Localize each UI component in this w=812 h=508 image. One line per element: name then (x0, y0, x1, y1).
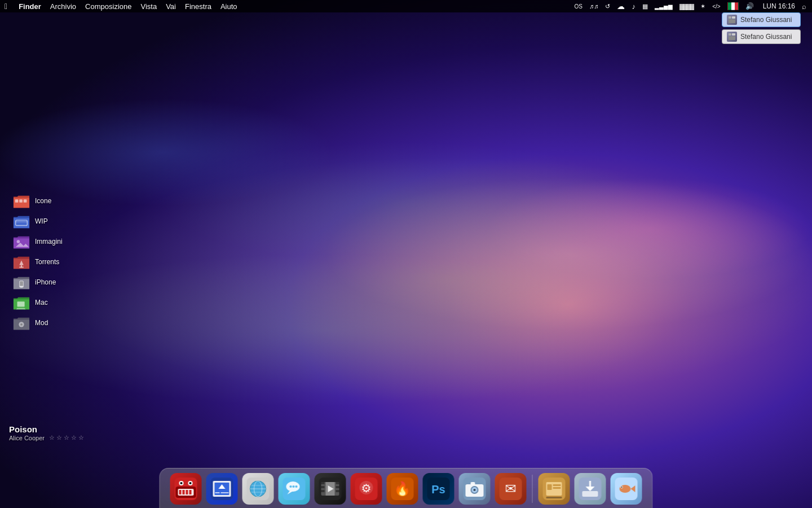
folder-icon-mod (12, 315, 30, 331)
svg-text:⚙: ⚙ (361, 482, 372, 494)
music-control-icon[interactable]: ♬♬ (588, 3, 600, 10)
aiuto-menu[interactable]: Aiuto (220, 2, 237, 11)
composizione-menu[interactable]: Composizione (85, 2, 131, 11)
dock-item-dvd[interactable] (314, 472, 347, 506)
downloads-icon (575, 473, 606, 505)
dock-separator (532, 475, 533, 503)
dock-item-photoshop[interactable]: Ps (422, 472, 456, 506)
svg-point-49 (295, 485, 298, 488)
desktop-item-icone-label: Icone (35, 197, 51, 205)
svg-text:🔥: 🔥 (394, 480, 411, 497)
svg-rect-0 (729, 16, 731, 19)
user-name-active: Stefano Giussani (740, 16, 792, 24)
svg-rect-72 (471, 482, 475, 485)
desktop-item-iphone[interactable]: iPhone (10, 273, 65, 291)
user-menu-item-active[interactable]: Stefano Giussani (722, 12, 801, 27)
battery-icon[interactable]: ▓▓▓▓ (678, 3, 695, 10)
svg-point-31 (189, 482, 192, 484)
desktop:  Finder Archivio Composizione Vista Vai… (0, 0, 812, 508)
desktop-item-mod[interactable]: Mod (10, 314, 65, 332)
desktop-item-torrents[interactable]: Torrents (10, 253, 65, 271)
folder-icon-wip (12, 213, 30, 229)
desktop-item-mac[interactable]: Mac (10, 294, 65, 312)
aquarium-icon (611, 473, 642, 505)
dock-item-mail[interactable] (205, 472, 239, 506)
desktop-items: Icone WIP (10, 192, 65, 332)
dock-item-aquarium[interactable] (610, 472, 643, 506)
archivio-menu[interactable]: Archivio (50, 2, 76, 11)
dock-item-rosetta[interactable]: ⚙ (350, 472, 383, 506)
svg-point-30 (180, 482, 183, 484)
finestra-menu[interactable]: Finestra (185, 2, 211, 11)
rosetta-icon: ⚙ (351, 473, 382, 505)
svg-rect-53 (321, 486, 325, 488)
dock-item-burn[interactable]: 🔥 (386, 472, 420, 506)
dock-item-letter[interactable]: ✉ (494, 472, 528, 506)
svg-rect-18 (17, 301, 25, 306)
apple-menu[interactable]:  (5, 2, 7, 11)
svg-point-71 (474, 489, 476, 491)
svg-rect-55 (336, 482, 339, 484)
svg-rect-79 (553, 487, 561, 489)
menubar-right: OS ♬♬ ↺ ☁ ♪ ▦ ▂▃▅▆ ▓▓▓▓ ✶ </> 🔊 LUN 16:1… (573, 2, 807, 11)
svg-rect-78 (553, 484, 561, 486)
music-artist: Alice Cooper (9, 435, 45, 441)
svg-rect-80 (546, 497, 562, 498)
user-avatar-secondary (727, 32, 737, 42)
music-stars: ☆ ☆ ☆ ☆ ☆ (49, 434, 84, 441)
vai-menu[interactable]: Vai (166, 2, 176, 11)
user-avatar-active (727, 15, 737, 25)
svg-rect-24 (179, 490, 182, 494)
cloud-icon[interactable]: ☁ (616, 2, 626, 11)
desktop-item-wip-label: WIP (35, 217, 48, 225)
desktop-item-torrents-label: Torrents (35, 258, 59, 266)
menubar:  Finder Archivio Composizione Vista Vai… (0, 0, 812, 12)
dock-item-photos[interactable] (458, 472, 492, 506)
note-icon[interactable]: ♪ (630, 2, 637, 11)
desktop-item-iphone-label: iPhone (35, 278, 56, 286)
bluetooth-icon[interactable]: ✶ (699, 3, 707, 10)
svg-rect-8 (24, 199, 27, 203)
finder-menu[interactable]: Finder (19, 2, 41, 11)
dock-item-lectern[interactable] (537, 472, 571, 506)
desktop-item-mod-label: Mod (35, 319, 48, 327)
desktop-item-immagini-label: Immagini (35, 238, 63, 246)
svg-rect-27 (189, 490, 192, 494)
folder-icon-immagini (12, 234, 30, 249)
svg-rect-56 (336, 486, 339, 488)
svg-rect-82 (582, 491, 598, 497)
svg-point-87 (620, 485, 631, 493)
svg-point-48 (293, 485, 295, 488)
dock-item-adium[interactable] (277, 472, 311, 506)
dock-item-grapher[interactable] (241, 472, 275, 506)
user-menu: Stefano Giussani Stefano Giussani (722, 12, 801, 46)
svg-rect-5 (732, 33, 735, 36)
folder-icon-icone (12, 193, 30, 209)
grid-icon[interactable]: ▦ (641, 3, 649, 10)
burn-icon: 🔥 (387, 473, 418, 505)
desktop-item-wip[interactable]: WIP (10, 212, 65, 230)
os-icon[interactable]: OS (573, 3, 584, 10)
svg-rect-26 (186, 490, 188, 494)
svg-rect-77 (548, 484, 552, 490)
grapher-icon (242, 473, 274, 505)
vista-menu[interactable]: Vista (140, 2, 157, 11)
clock[interactable]: LUN 16:16 (762, 2, 796, 10)
signal-icon[interactable]: ▂▃▅▆ (654, 3, 674, 10)
dock-item-domo[interactable] (169, 472, 203, 506)
svg-rect-57 (336, 490, 339, 492)
desktop-item-icone[interactable]: Icone (10, 192, 65, 210)
volume-icon[interactable]: 🔊 (744, 2, 755, 10)
user-menu-item-secondary[interactable]: Stefano Giussani (722, 29, 801, 44)
desktop-item-immagini[interactable]: Immagini (10, 233, 65, 251)
music-widget: Poison Alice Cooper ☆ ☆ ☆ ☆ ☆ (0, 420, 93, 446)
svg-rect-36 (215, 492, 220, 493)
svg-rect-54 (321, 490, 325, 492)
photos-icon (459, 473, 491, 505)
svg-rect-25 (183, 490, 185, 494)
code-icon[interactable]: </> (711, 3, 721, 10)
sync-icon[interactable]: ↺ (604, 3, 611, 10)
flag-icon[interactable] (726, 2, 740, 10)
search-icon[interactable]: ⌕ (801, 2, 807, 11)
dock-item-downloads[interactable] (573, 472, 607, 506)
